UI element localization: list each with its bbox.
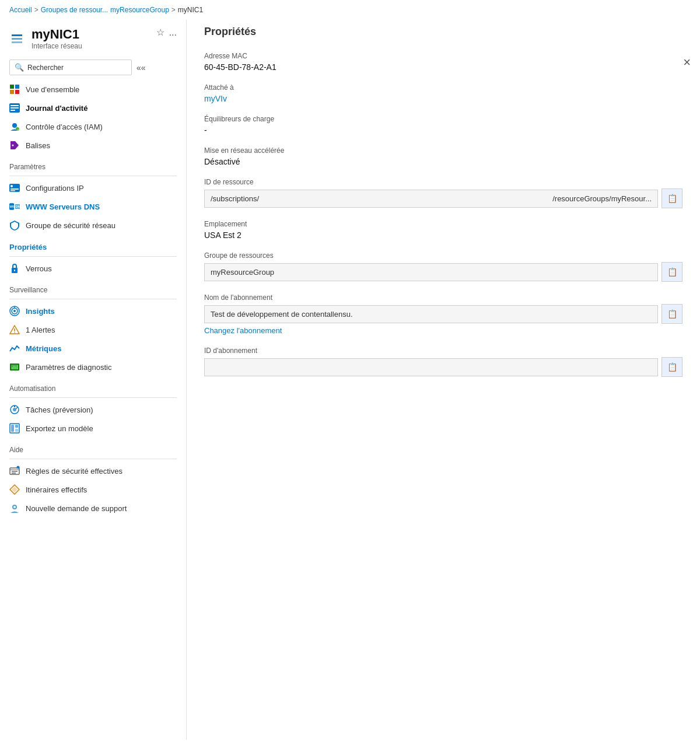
svg-rect-7 [10, 110, 15, 111]
sub-name-input [204, 305, 658, 323]
collapse-button[interactable]: «« [136, 63, 146, 72]
sidebar-item-diag[interactable]: Paramètres de diagnostic [0, 358, 186, 376]
sidebar-item-dns[interactable]: WWWDNS WWW Serveurs DNS [0, 197, 186, 216]
breadcrumb: Accueil > Groupes de ressour... myResour… [0, 0, 700, 20]
sidebar-item-tasks[interactable]: Tâches (préversion) [0, 400, 186, 419]
main-content: × Propriétés Adresse MAC 60-45-BD-78-A2-… [187, 20, 700, 740]
attached-value[interactable]: myVIv [204, 94, 227, 103]
sidebar-item-activity[interactable]: Journal d'activité [0, 99, 186, 117]
svg-rect-33 [15, 366, 16, 369]
divider [9, 256, 177, 257]
svg-rect-42 [15, 429, 18, 432]
dns-icon: WWWDNS [9, 201, 20, 212]
favorite-icon[interactable]: ☆ [156, 27, 164, 38]
mac-section: Adresse MAC 60-45-BD-78-A2-A1 [204, 52, 682, 72]
lb-value: - [204, 125, 682, 135]
sidebar-item-ip-config[interactable]: Configurations IP [0, 179, 186, 197]
section-aide: Aide [0, 438, 186, 456]
sidebar-item-alerts[interactable]: 1 Alertes [0, 320, 186, 339]
nsg-icon [9, 220, 20, 230]
tags-icon [9, 140, 20, 151]
metrics-icon [9, 343, 20, 354]
copy-icon: 📋 [667, 362, 677, 372]
sidebar-item-rules[interactable]: ↓ Règles de sécurité effectives [0, 462, 186, 480]
support-icon [9, 503, 20, 513]
location-label: Emplacement [204, 220, 682, 228]
activity-icon [9, 103, 20, 113]
breadcrumb-resource-groups[interactable]: Groupes de ressour... [41, 6, 108, 14]
svg-rect-0 [10, 85, 14, 89]
insights-icon [9, 306, 20, 316]
sidebar-item-label: Contrôle d'accès (IAM) [26, 123, 103, 131]
svg-rect-45 [12, 471, 18, 472]
sidebar-item-label: Journal d'activité [26, 104, 88, 113]
sidebar-item-support[interactable]: Nouvelle demande de support [0, 499, 186, 518]
sub-id-section: ID d'abonnement 📋 [204, 347, 682, 377]
export-icon [9, 423, 20, 434]
svg-rect-34 [17, 365, 18, 369]
diag-icon [9, 362, 20, 372]
divider [9, 176, 177, 176]
sidebar-item-nsg[interactable]: Groupe de sécurité réseau [0, 216, 186, 235]
svg-rect-40 [11, 425, 14, 432]
location-value: USA Est 2 [204, 230, 682, 240]
iam-icon: ✓ [9, 121, 20, 132]
page-title: Propriétés [204, 26, 256, 37]
resource-name: myNIC1 [32, 27, 82, 42]
sidebar-item-label: WWW Serveurs DNS [26, 202, 100, 211]
search-input[interactable] [27, 64, 115, 72]
accel-label: Mise en réseau accélérée [204, 146, 682, 155]
lb-label: Équilibreurs de charge [204, 115, 682, 123]
sub-name-label: Nom de l'abonnement [204, 293, 682, 302]
svg-rect-1 [15, 85, 19, 89]
svg-rect-6 [10, 107, 19, 109]
sidebar-item-label: Vue d'ensemble [26, 85, 79, 94]
svg-rect-14 [10, 188, 19, 190]
copy-sub-id-button[interactable]: 📋 [662, 357, 682, 377]
overview-icon [9, 84, 20, 95]
accel-value: Désactivé [204, 157, 682, 166]
more-icon[interactable]: ... [169, 27, 177, 38]
sidebar-item-iam[interactable]: ✓ Contrôle d'accès (IAM) [0, 117, 186, 136]
change-subscription-link[interactable]: Changez l'abonnement [204, 326, 282, 335]
svg-point-13 [10, 185, 13, 187]
sub-id-input [204, 358, 658, 376]
copy-resource-id-button[interactable]: 📋 [662, 188, 682, 208]
svg-rect-41 [15, 425, 18, 428]
sidebar-item-label: Insights [26, 307, 55, 316]
svg-rect-31 [12, 367, 13, 369]
sidebar-item-export[interactable]: Exportez un modèle [0, 419, 186, 438]
sidebar-item-routes[interactable]: Itinéraires effectifs [0, 480, 186, 499]
sidebar-item-locks[interactable]: Verrous [0, 259, 186, 278]
sidebar-item-tags[interactable]: Balises [0, 136, 186, 155]
sidebar-item-label: Nouvelle demande de support [26, 504, 127, 513]
resource-type: Interface réseau [32, 42, 82, 50]
ip-config-icon [9, 183, 20, 193]
location-section: Emplacement USA Est 2 [204, 220, 682, 240]
copy-rg-button[interactable]: 📋 [662, 262, 682, 282]
breadcrumb-rg-name[interactable]: myResourceGroup [110, 6, 169, 14]
rg-label: Groupe de ressources [204, 251, 682, 260]
close-button[interactable]: × [683, 55, 691, 70]
resource-id-label: ID de ressource [204, 178, 682, 186]
resource-id-section: ID de ressource /subscriptions/ /resourc… [204, 178, 682, 208]
svg-rect-21 [14, 270, 15, 271]
sidebar-item-overview[interactable]: Vue d'ensemble [0, 80, 186, 99]
sidebar-item-label: Paramètres de diagnostic [26, 363, 111, 372]
lock-icon [9, 263, 20, 274]
svg-point-28 [14, 332, 15, 333]
sidebar-item-label: Groupe de sécurité réseau [26, 221, 116, 230]
sidebar-item-label: Règles de sécurité effectives [26, 467, 123, 476]
breadcrumb-home[interactable]: Accueil [9, 6, 32, 14]
svg-text:✓: ✓ [17, 128, 19, 131]
attached-label: Attaché à [204, 83, 682, 92]
rg-input [204, 263, 658, 281]
tasks-icon [9, 404, 20, 415]
svg-rect-5 [10, 105, 19, 106]
sidebar-item-label: 1 Alertes [26, 326, 55, 334]
copy-sub-name-button[interactable]: 📋 [662, 304, 682, 324]
sidebar-item-label: Tâches (préversion) [26, 406, 93, 414]
divider [9, 299, 177, 299]
sidebar-item-insights[interactable]: Insights [0, 302, 186, 320]
sidebar-item-metrics[interactable]: Métriques [0, 339, 186, 358]
